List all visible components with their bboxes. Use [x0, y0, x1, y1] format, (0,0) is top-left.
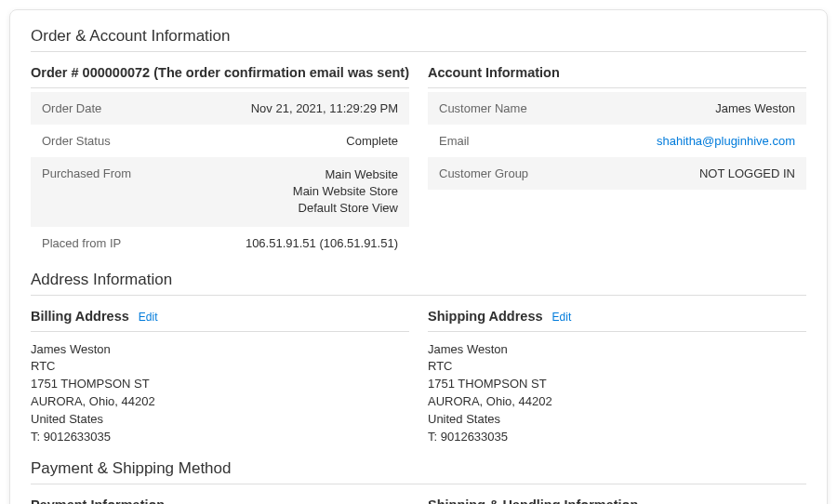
- order-status-value: Complete: [190, 125, 409, 157]
- addr-city: AURORA, Ohio, 44202: [428, 394, 552, 408]
- order-account-heading: Order & Account Information: [31, 27, 806, 52]
- order-date-label: Order Date: [31, 92, 190, 125]
- payment-info-title: Payment Information: [31, 492, 409, 504]
- shipping-address-title: Shipping Address Edit: [428, 303, 806, 332]
- purchased-line: Main Website: [325, 167, 398, 181]
- purchased-line: Main Website Store: [293, 184, 398, 198]
- order-number-title: Order # 000000072 (The order confirmatio…: [31, 60, 409, 88]
- addr-name: James Weston: [428, 342, 508, 356]
- order-date-value: Nov 21, 2021, 11:29:29 PM: [190, 92, 409, 125]
- account-info-title: Account Information: [428, 60, 806, 88]
- addr-phone: T: 9012633035: [428, 430, 508, 444]
- addr-name: James Weston: [31, 342, 111, 356]
- order-info-col: Order # 000000072 (The order confirmatio…: [31, 60, 409, 259]
- account-info-col: Account Information Customer Name James …: [428, 60, 806, 259]
- table-row: Placed from IP 106.51.91.51 (106.51.91.5…: [31, 227, 409, 259]
- addr-company: RTC: [428, 359, 452, 373]
- edit-billing-link[interactable]: Edit: [139, 311, 158, 324]
- customer-name-value: James Weston: [587, 92, 806, 125]
- table-row: Order Date Nov 21, 2021, 11:29:29 PM: [31, 92, 409, 125]
- payment-info-col: Payment Information Check / Money order …: [31, 492, 409, 504]
- billing-address-label: Billing Address: [31, 309, 129, 324]
- addr-street: 1751 THOMPSON ST: [31, 377, 150, 391]
- table-row: Customer Group NOT LOGGED IN: [428, 157, 806, 190]
- account-info-table: Customer Name James Weston Email shahith…: [428, 92, 806, 190]
- addr-country: United States: [428, 412, 500, 426]
- billing-address-block: James Weston RTC 1751 THOMPSON ST AURORA…: [31, 336, 409, 456]
- customer-email-link[interactable]: shahitha@pluginhive.com: [657, 134, 795, 148]
- shipping-address-label: Shipping Address: [428, 309, 543, 324]
- customer-name-label: Customer Name: [428, 92, 587, 125]
- table-row: Customer Name James Weston: [428, 92, 806, 125]
- addr-company: RTC: [31, 359, 55, 373]
- table-row: Order Status Complete: [31, 125, 409, 157]
- addr-phone: T: 9012633035: [31, 430, 111, 444]
- customer-group-label: Customer Group: [428, 157, 587, 190]
- order-info-table: Order Date Nov 21, 2021, 11:29:29 PM Ord…: [31, 92, 409, 259]
- placed-ip-label: Placed from IP: [31, 227, 190, 259]
- shipping-handling-title: Shipping & Handling Information: [428, 492, 806, 504]
- addr-street: 1751 THOMPSON ST: [428, 377, 547, 391]
- table-row: Email shahitha@pluginhive.com: [428, 125, 806, 157]
- order-view-card: Order & Account Information Order # 0000…: [9, 9, 828, 504]
- placed-ip-value: 106.51.91.51 (106.51.91.51): [190, 227, 409, 259]
- order-status-label: Order Status: [31, 125, 190, 157]
- edit-shipping-link[interactable]: Edit: [552, 311, 572, 324]
- addr-country: United States: [31, 412, 103, 426]
- purchased-from-value: Main Website Main Website Store Default …: [190, 157, 409, 227]
- payment-shipping-heading: Payment & Shipping Method: [31, 459, 806, 484]
- addr-city: AURORA, Ohio, 44202: [31, 394, 155, 408]
- customer-email-label: Email: [428, 125, 587, 157]
- billing-address-title: Billing Address Edit: [31, 303, 409, 332]
- shipping-address-col: Shipping Address Edit James Weston RTC 1…: [428, 303, 806, 456]
- purchased-line: Default Store View: [299, 201, 398, 215]
- shipping-address-block: James Weston RTC 1751 THOMPSON ST AURORA…: [428, 336, 806, 456]
- purchased-from-label: Purchased From: [31, 157, 190, 227]
- table-row: Purchased From Main Website Main Website…: [31, 157, 409, 227]
- shipping-handling-col: Shipping & Handling Information Track Or…: [428, 492, 806, 504]
- address-info-heading: Address Information: [31, 271, 806, 296]
- billing-address-col: Billing Address Edit James Weston RTC 17…: [31, 303, 409, 456]
- customer-group-value: NOT LOGGED IN: [587, 157, 806, 190]
